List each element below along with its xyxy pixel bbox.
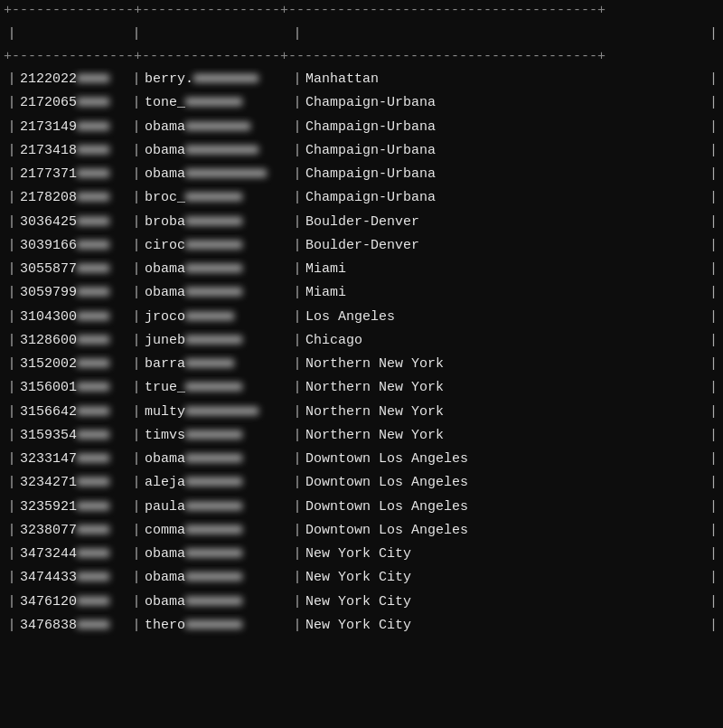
pipe: | [709,496,719,519]
pipe: | [709,376,719,400]
pipe: | [289,376,305,400]
pipe: | [4,306,20,329]
pipe: | [128,281,145,305]
cell-region: Northern New York [305,376,709,400]
pipe: | [709,448,719,471]
header-phone [20,22,128,46]
pipe: | [289,211,305,234]
cell-phone: 3238077■■■■ [20,519,128,543]
cell-region: Downtown Los Angeles [305,496,709,519]
pipe: | [289,139,305,163]
pipe: | [4,281,20,305]
pipe: | [4,186,20,210]
cell-phone: 3476838■■■■ [20,614,128,638]
pipe: | [709,91,719,115]
cell-region: Los Angeles [305,306,709,329]
pipe: | [4,163,20,186]
pipe: | [128,329,145,353]
cell-username: obama■■■■■■■■ [145,116,289,139]
cell-phone: 3476120■■■■ [20,591,128,614]
table-row: | 3476120■■■■ | obama■■■■■■■ | New York … [0,591,723,614]
cell-phone: 3039166■■■■ [20,234,128,258]
pipe: | [709,543,719,566]
cell-region: Downtown Los Angeles [305,448,709,471]
pipe: | [128,306,145,329]
header-region [305,22,709,46]
data-table: +---------------+-----------------+-----… [0,0,723,638]
cell-region: New York City [305,566,709,590]
cell-phone: 3235921■■■■ [20,496,128,519]
cell-region: Champaign-Urbana [305,186,709,210]
pipe: | [709,566,719,590]
cell-username: paula■■■■■■■ [145,496,289,519]
cell-region: Northern New York [305,401,709,424]
cell-phone: 3473244■■■■ [20,543,128,566]
pipe: | [128,566,145,590]
pipe: | [4,258,20,281]
table-row: | 3473244■■■■ | obama■■■■■■■ | New York … [0,543,723,566]
cell-phone: 3474433■■■■ [20,566,128,590]
pipe: | [709,163,719,186]
cell-region: Downtown Los Angeles [305,519,709,543]
pipe: | [709,306,719,329]
pipe: | [709,211,719,234]
pipe: | [289,519,305,543]
table-row: | 2178208■■■■ | broc_■■■■■■■ | Champaign… [0,186,723,210]
pipe: | [289,306,305,329]
pipe: | [289,543,305,566]
pipe: | [289,424,305,448]
cell-phone: 3152002■■■■ [20,353,128,376]
pipe: | [289,448,305,471]
pipe: | [289,116,305,139]
cell-username: barra■■■■■■ [145,353,289,376]
cell-phone: 3234271■■■■ [20,471,128,495]
pipe: | [4,448,20,471]
pipe: | [289,68,305,91]
pipe: | [4,211,20,234]
pipe: | [709,424,719,448]
pipe: | [4,496,20,519]
pipe: | [709,614,719,638]
pipe: | [4,471,20,495]
cell-phone: 2172065■■■■ [20,91,128,115]
cell-region: Northern New York [305,424,709,448]
pipe: | [4,543,20,566]
cell-username: jroco■■■■■■ [145,306,289,329]
pipe: | [128,591,145,614]
cell-username: berry.■■■■■■■■ [145,68,289,91]
cell-username: true_■■■■■■■ [145,376,289,400]
table-row: | 3238077■■■■ | comma■■■■■■■ | Downtown … [0,519,723,543]
cell-region: New York City [305,543,709,566]
pipe: | [4,116,20,139]
pipe: | [4,139,20,163]
table-body: | 2122022■■■■ | berry.■■■■■■■■ | Manhatt… [0,68,723,638]
pipe: | [128,519,145,543]
pipe: | [709,519,719,543]
pipe: | [289,614,305,638]
pipe: | [4,329,20,353]
pipe: | [289,496,305,519]
pipe: | [709,186,719,210]
pipe: | [709,139,719,163]
cell-username: obama■■■■■■■ [145,566,289,590]
cell-phone: 3233147■■■■ [20,448,128,471]
cell-phone: 3159354■■■■ [20,424,128,448]
table-row: | 3159354■■■■ | timvs■■■■■■■ | Northern … [0,424,723,448]
cell-username: broc_■■■■■■■ [145,186,289,210]
cell-phone: 2122022■■■■ [20,68,128,91]
cell-region: Champaign-Urbana [305,139,709,163]
pipe: | [128,376,145,400]
cell-region: Northern New York [305,353,709,376]
pipe: | [128,543,145,566]
cell-username: comma■■■■■■■ [145,519,289,543]
cell-phone: 3156001■■■■ [20,376,128,400]
pipe: | [289,329,305,353]
pipe: | [128,68,145,91]
cell-phone: 2177371■■■■ [20,163,128,186]
pipe: | [289,566,305,590]
pipe: | [709,471,719,495]
cell-username: obama■■■■■■■ [145,448,289,471]
pipe: | [289,401,305,424]
pipe: | [709,329,719,353]
table-row: | 2173418■■■■ | obama■■■■■■■■■ | Champai… [0,139,723,163]
